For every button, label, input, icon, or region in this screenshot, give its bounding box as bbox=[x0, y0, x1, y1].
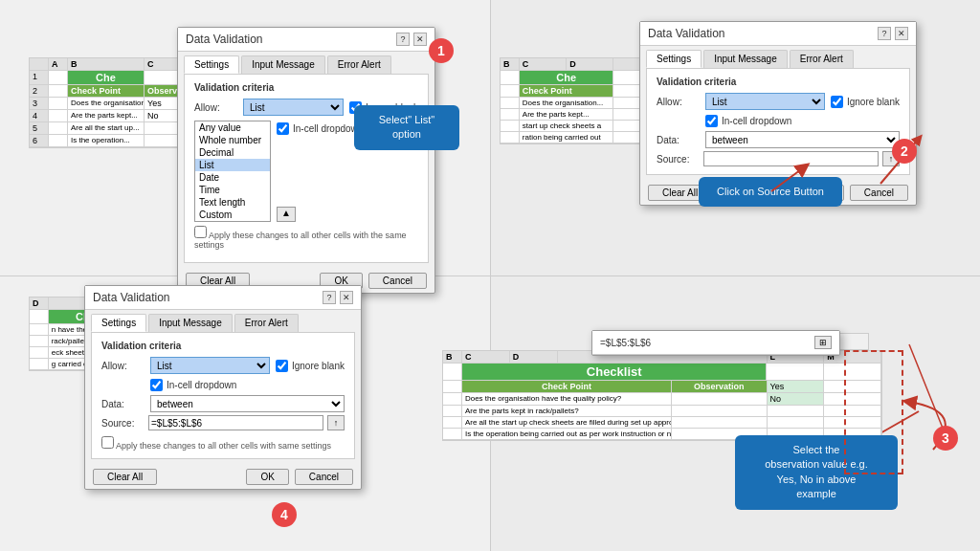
list-item-anyvalue[interactable]: Any value bbox=[195, 121, 270, 134]
cancel-btn-2[interactable]: Cancel bbox=[850, 185, 908, 201]
dialog-4: =$L$5:$L$6 ⊞ bbox=[591, 330, 840, 356]
dialog-1-buttons: ? ✕ bbox=[396, 33, 427, 46]
source-row-3: Source: ↑ bbox=[101, 415, 345, 430]
dialog-3-body: Validation criteria Allow: List Ignore b… bbox=[91, 332, 355, 459]
data-label-3: Data: bbox=[101, 399, 145, 409]
dialog-1-body: Validation criteria Allow: List Ignore b… bbox=[184, 74, 429, 263]
data-row-2: Data: between bbox=[657, 131, 900, 148]
tab-input-1[interactable]: Input Message bbox=[241, 55, 325, 74]
dialog-2-title: Data Validation bbox=[648, 27, 725, 40]
source-input-2[interactable] bbox=[703, 151, 879, 166]
data-select-2[interactable]: between bbox=[705, 131, 900, 148]
allow-row-2: Allow: List Ignore blank bbox=[657, 93, 900, 110]
allow-select-2[interactable]: List bbox=[705, 93, 825, 110]
list-item-wholenumber[interactable]: Whole number bbox=[195, 134, 270, 146]
allow-label-2: Allow: bbox=[657, 97, 700, 107]
dialog-4-expand[interactable]: ⊞ bbox=[814, 336, 832, 349]
tab-error-2[interactable]: Error Alert bbox=[790, 50, 854, 68]
incell-check-3[interactable] bbox=[150, 379, 163, 391]
callout-2: Click on Source Button bbox=[699, 177, 842, 207]
dialog-2-close[interactable]: ✕ bbox=[895, 27, 908, 40]
number-3: 3 bbox=[933, 426, 958, 451]
dialog-3-tabs: Settings Input Message Error Alert bbox=[85, 310, 361, 332]
data-label-2: Data: bbox=[657, 135, 700, 145]
callout-1: Select" List" option bbox=[354, 105, 459, 150]
dialog-4-title: =$L$5:$L$6 bbox=[600, 338, 651, 348]
dialog-1-close[interactable]: ✕ bbox=[413, 33, 427, 46]
source-row-2: Source: ↑ bbox=[657, 151, 900, 166]
clear-all-btn-3[interactable]: Clear All bbox=[93, 469, 157, 485]
incell-row-2: In-cell dropdown bbox=[705, 115, 900, 127]
dialog-3-buttons: ? ✕ bbox=[323, 291, 353, 304]
ignore-blank-check-3[interactable] bbox=[276, 360, 288, 372]
ignore-blank-2: Ignore blank bbox=[831, 96, 900, 108]
list-item-custom[interactable]: Custom bbox=[195, 209, 270, 221]
number-2: 2 bbox=[892, 139, 917, 164]
ok-cancel-3: OK Cancel bbox=[246, 469, 353, 485]
source-input-3[interactable] bbox=[148, 415, 323, 430]
incell-dropdown-2: In-cell dropdown bbox=[705, 115, 900, 127]
cancel-btn-3[interactable]: Cancel bbox=[295, 469, 353, 485]
spreadsheet-tr: B C D Che Check Point Does the organisat… bbox=[500, 57, 653, 144]
source-btn-3[interactable]: ↑ bbox=[327, 415, 345, 430]
tab-settings-1[interactable]: Settings bbox=[184, 55, 239, 74]
source-label-2: Source: bbox=[657, 154, 700, 165]
cancel-btn-1[interactable]: Cancel bbox=[368, 273, 427, 289]
incell-dropdown-1: In-cell dropdown bbox=[277, 122, 363, 135]
allow-listbox-1[interactable]: Any value Whole number Decimal List Date… bbox=[194, 121, 271, 222]
data-select-3[interactable]: between bbox=[150, 395, 345, 412]
dialog-3-titlebar: Data Validation ? ✕ bbox=[85, 286, 361, 310]
ignore-blank-check-2[interactable] bbox=[831, 96, 843, 108]
allow-row-3: Allow: List Ignore blank bbox=[101, 357, 345, 374]
allow-select-3[interactable]: List bbox=[150, 357, 270, 374]
incell-check-2[interactable] bbox=[705, 115, 718, 127]
dialog-2-buttons: ? ✕ bbox=[878, 27, 908, 40]
number-4: 4 bbox=[272, 502, 297, 527]
list-item-time[interactable]: Time bbox=[195, 184, 270, 196]
data-row-3: Data: between bbox=[101, 395, 345, 412]
dialog-2-body: Validation criteria Allow: List Ignore b… bbox=[646, 68, 910, 175]
tab-input-2[interactable]: Input Message bbox=[703, 50, 788, 68]
divider-h bbox=[0, 276, 980, 276]
incell-check-1[interactable] bbox=[277, 122, 289, 135]
validation-criteria-1: Validation criteria bbox=[194, 82, 418, 93]
list-item-textlength[interactable]: Text length bbox=[195, 196, 270, 209]
ignore-blank-3: Ignore blank bbox=[276, 360, 345, 372]
apply-row-3: Apply these changes to all other cells w… bbox=[101, 436, 345, 451]
tab-error-1[interactable]: Error Alert bbox=[327, 55, 391, 74]
dialog-2-titlebar: Data Validation ? ✕ bbox=[640, 22, 916, 46]
expand-btn-1[interactable]: ▲ bbox=[277, 207, 296, 222]
dialog-1: Data Validation ? ✕ Settings Input Messa… bbox=[177, 27, 435, 294]
dialog-2-help[interactable]: ? bbox=[878, 27, 891, 40]
number-1: 1 bbox=[429, 38, 454, 63]
apply-text-1: Apply these changes to all other cells w… bbox=[194, 226, 418, 250]
list-item-decimal[interactable]: Decimal bbox=[195, 146, 270, 159]
dialog-1-titlebar: Data Validation ? ✕ bbox=[178, 28, 434, 52]
list-item-list[interactable]: List bbox=[195, 159, 270, 171]
apply-check-3[interactable] bbox=[101, 436, 114, 449]
tab-settings-2[interactable]: Settings bbox=[646, 50, 702, 68]
dialog-1-title: Data Validation bbox=[186, 33, 263, 46]
dialog-2-tabs: Settings Input Message Error Alert bbox=[640, 46, 916, 68]
list-item-date[interactable]: Date bbox=[195, 171, 270, 184]
dialog-1-tabs: Settings Input Message Error Alert bbox=[178, 52, 434, 74]
allow-select-1[interactable]: List bbox=[243, 99, 344, 116]
dialog-3-help[interactable]: ? bbox=[323, 291, 336, 304]
allow-label-3: Allow: bbox=[101, 361, 145, 371]
callout-3: Select theobservation value e.g.Yes, No … bbox=[735, 435, 898, 510]
tab-error-3[interactable]: Error Alert bbox=[234, 314, 299, 332]
incell-dropdown-3: In-cell dropdown bbox=[150, 379, 345, 391]
incell-row-3: In-cell dropdown bbox=[150, 379, 345, 391]
apply-check-1[interactable] bbox=[194, 226, 207, 238]
allow-label-1: Allow: bbox=[194, 102, 237, 113]
dialog-3: Data Validation ? ✕ Settings Input Messa… bbox=[84, 285, 362, 490]
dialog-1-help[interactable]: ? bbox=[396, 33, 410, 46]
validation-criteria-3: Validation criteria bbox=[101, 341, 345, 351]
dialog-3-footer: Clear All OK Cancel bbox=[85, 465, 361, 489]
ok-btn-3[interactable]: OK bbox=[246, 469, 288, 485]
tab-input-3[interactable]: Input Message bbox=[148, 314, 233, 332]
dialog-3-title: Data Validation bbox=[93, 291, 170, 304]
dialog-3-close[interactable]: ✕ bbox=[340, 291, 353, 304]
tab-settings-3[interactable]: Settings bbox=[91, 314, 146, 332]
dialog-4-titlebar: =$L$5:$L$6 ⊞ bbox=[592, 331, 839, 355]
